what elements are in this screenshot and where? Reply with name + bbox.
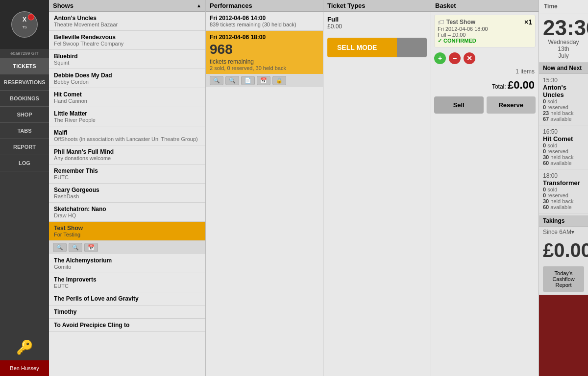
nav-report[interactable]: REPORT (0, 139, 49, 155)
show-subtitle: Bobby Gordon (54, 79, 200, 85)
show-item[interactable]: The Perils of Love and Gravity (49, 292, 205, 306)
perf-search2-button[interactable]: 🔍 (225, 76, 239, 85)
reserve-button[interactable]: Reserve (487, 96, 536, 114)
now-next-item: 15:30 Anton's Uncles 0 sold 0 reserved 2… (539, 74, 588, 125)
show-item[interactable]: Malfi OffShoots (in association with Lan… (49, 126, 205, 145)
show-name: Timothy (54, 308, 200, 315)
show-name: Malfi (54, 129, 200, 136)
show-item[interactable]: Phil Mann's Full Mind Any donations welc… (49, 145, 205, 164)
key-icon-area: 🔑 (11, 334, 38, 360)
basket-qty: ×1 (524, 18, 532, 26)
show-item[interactable]: Debbie Does My Dad Bobby Gordon (49, 69, 205, 88)
perf-calendar-button[interactable]: 📅 (257, 76, 270, 85)
perf-doc-button[interactable]: 📄 (241, 76, 255, 85)
show-name: To Avoid Precipice Cling to (54, 322, 200, 329)
svg-text:TS: TS (22, 25, 27, 29)
show-subtitle: EUTC (54, 174, 200, 180)
shows-title: Shows (53, 2, 74, 9)
basket-show-name: Test Show (446, 19, 475, 25)
sell-button[interactable]: Sell (434, 96, 484, 114)
perf-search1-button[interactable]: 🔍 (210, 76, 223, 85)
show-item[interactable]: To Avoid Precipice Cling to (49, 319, 205, 332)
nav-reservations[interactable]: RESERVATIONS (0, 74, 49, 91)
show-name: Hit Comet (54, 91, 200, 98)
perf-date: Fri 2012-04-06 14:00 (210, 15, 319, 22)
perf-icons-bar: 🔍 🔍 📄 📅 🔒 (206, 74, 323, 87)
performances-panel: Performances Fri 2012-04-06 14:00 839 ti… (206, 0, 323, 376)
show-item[interactable]: Little Matter The River People (49, 107, 205, 126)
show-name: The Perils of Love and Gravity (54, 295, 200, 302)
basket-remove-button[interactable]: ✕ (464, 52, 475, 64)
now-next-title: Transformer (543, 179, 584, 187)
now-next-header: Now and Next (539, 63, 588, 74)
show-name: Debbie Does My Dad (54, 72, 200, 79)
performances-header: Performances (206, 0, 323, 12)
ticket-type-item[interactable]: Full £0.00 (323, 12, 431, 34)
show-name: The Improverts (54, 276, 200, 283)
show-item[interactable]: Hit Comet Hand Cannon (49, 88, 205, 107)
show-calendar-button[interactable]: 📅 (84, 243, 98, 252)
show-item[interactable]: Timothy (49, 306, 205, 319)
show-item[interactable]: The Improverts EUTC (49, 273, 205, 292)
show-item[interactable]: Bluebird Squint (49, 50, 205, 69)
basket-items-count: 1 items (431, 66, 539, 77)
ticket-types-header: Ticket Types (323, 0, 431, 12)
show-subtitle: FellSwoop Theatre Company (54, 41, 200, 47)
show-item[interactable]: Anton's Uncles Theatre Movement Bazaar (49, 12, 205, 31)
perf-lock-button[interactable]: 🔒 (272, 76, 286, 85)
show-subtitle: EUTC (54, 283, 200, 289)
nav-log[interactable]: LOG (0, 155, 49, 171)
ticket-price: £0.00 (327, 23, 427, 30)
show-name: Little Matter (54, 110, 200, 117)
now-next-stats: 0 sold 0 reserved 30 held back 60 availa… (543, 187, 584, 210)
nav-tabs[interactable]: TABS (0, 123, 49, 139)
nav-tickets[interactable]: TICKETS (0, 58, 49, 74)
now-next-title: Anton's Uncles (543, 84, 584, 98)
clock-area: 23:3619 Wednesday 13th July (539, 14, 588, 63)
show-name: Sketchatron: Nano (54, 206, 200, 212)
ticket-types-panel: Ticket Types Full £0.00 SELL MODE (323, 0, 431, 376)
perf-tickets-label: tickets remaining (210, 58, 319, 65)
takings-amount: £0.00 (539, 237, 588, 263)
now-next-time: 16:50 (543, 128, 584, 135)
cashflow-button[interactable]: Today'sCashflowReport (543, 266, 584, 292)
show-item[interactable]: Scary Gorgeous RashDash (49, 184, 205, 203)
show-subtitle: The River People (54, 117, 200, 123)
dark-red-block (539, 295, 588, 376)
perf-subinfo: 2 sold, 0 reserved, 30 held back (210, 65, 319, 71)
show-name: Belleville Rendezvous (54, 34, 200, 41)
svg-point-3 (28, 14, 34, 20)
show-subtitle: Squint (54, 60, 200, 66)
performance-item-active[interactable]: Fri 2012-04-06 18:00 968 tickets remaini… (206, 31, 323, 74)
basket-minus-button[interactable]: − (449, 52, 461, 64)
basket-add-button[interactable]: + (434, 52, 446, 64)
since-label[interactable]: Since 6AM▾ (539, 227, 588, 237)
show-item[interactable]: The Alchemystorium Gomito (49, 254, 205, 273)
show-subtitle: Hand Cannon (54, 98, 200, 104)
show-subtitle: OffShoots (in association with Lancaster… (54, 136, 200, 142)
clock-date: Wednesday 13th July (543, 39, 584, 59)
scroll-up-arrow[interactable]: ▲ (196, 3, 201, 8)
git-hash: e0ae7299 GIT (0, 49, 49, 58)
shows-header: Shows ▲ (49, 0, 205, 12)
nav-bookings[interactable]: BOOKINGS (0, 91, 49, 107)
time-label: Time (544, 3, 558, 10)
show-item[interactable]: Sketchatron: Nano Draw HQ (49, 203, 205, 222)
takings-header: Takings (539, 215, 588, 227)
show-item[interactable]: Remember This EUTC (49, 164, 205, 184)
show-name: Test Show (54, 225, 200, 232)
user-badge[interactable]: Ben Hussey (0, 360, 49, 376)
show-item-active[interactable]: Test Show For Testing (49, 222, 205, 241)
now-next-item: 16:50 Hit Comet 0 sold 0 reserved 30 hel… (539, 125, 588, 169)
show-name: Scary Gorgeous (54, 187, 200, 193)
nav-shop[interactable]: SHOP (0, 107, 49, 123)
perf-date: Fri 2012-04-06 18:00 (210, 34, 319, 41)
app-logo: X TS (10, 10, 39, 39)
show-search-button[interactable]: 🔍 (53, 243, 67, 252)
logo-area: X TS (0, 0, 49, 49)
show-search2-button[interactable]: 🔍 (69, 243, 82, 252)
show-name: Phil Mann's Full Mind (54, 148, 200, 155)
show-item[interactable]: Belleville Rendezvous FellSwoop Theatre … (49, 31, 205, 50)
performance-item[interactable]: Fri 2012-04-06 14:00 839 tickets remaini… (206, 12, 323, 31)
sell-mode-button[interactable]: SELL MODE (327, 38, 427, 57)
